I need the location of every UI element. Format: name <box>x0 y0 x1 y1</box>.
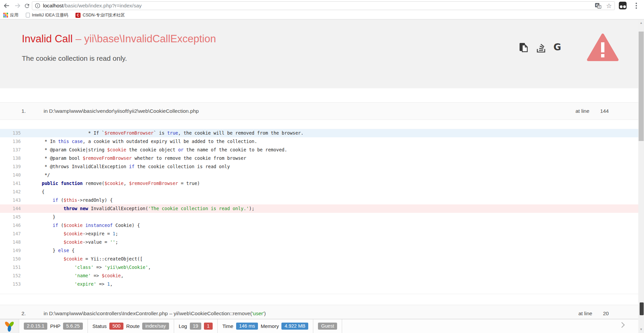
code-token <box>31 197 53 203</box>
source-code-block: 135 * If `$removeFromBrowser` is true, t… <box>0 120 638 294</box>
code-token: $cookie <box>64 256 83 261</box>
code-line-145[interactable]: 145 } <box>0 213 638 221</box>
code-line-148[interactable]: 148 $cookie->value = ''; <box>0 238 638 246</box>
code-line-144[interactable]: 144 throw new InvalidCallException('The … <box>0 204 638 213</box>
bookmark-label: 应用 <box>10 12 18 18</box>
code-line-141[interactable]: 141 public function remove($cookie, $rem… <box>0 179 638 188</box>
code-line-149[interactable]: 149 } else { <box>0 246 638 255</box>
scroll-up-icon[interactable]: ▲ <box>638 20 644 26</box>
code-line-137[interactable]: 137 * @param Cookie|string $cookie the c… <box>0 146 638 154</box>
stackoverflow-icon <box>536 43 546 53</box>
back-button[interactable] <box>3 2 11 10</box>
code-token <box>31 273 74 278</box>
code-line-150[interactable]: 150 $cookie = Yii::createObject([ <box>0 255 638 263</box>
code-token: public function <box>42 181 83 186</box>
code-line-146[interactable]: 146 if ($cookie instanceof Cookie) { <box>0 221 638 230</box>
code-token: the cookie collection is read only <box>135 164 230 169</box>
code-line-135[interactable]: 135 * If `$removeFromBrowser` is true, t… <box>0 129 638 137</box>
at-line-label: at line <box>578 311 592 317</box>
code-token: if <box>129 164 135 169</box>
code-token: instanceof <box>86 223 113 228</box>
line-number: 137 <box>0 146 21 154</box>
bookmark-csdn[interactable]: C CSDN-专业IT技术社区 <box>75 12 125 18</box>
stackoverflow-search-button[interactable] <box>536 43 546 53</box>
code-token: { <box>31 189 45 194</box>
toolbar-version-block[interactable]: 2.0.15.1 PHP 5.6.25 <box>19 319 88 333</box>
toolbar-user-block[interactable]: Guest <box>313 319 342 333</box>
at-line-label: at line <box>576 108 589 114</box>
line-number: 145 <box>0 213 21 221</box>
extension-icon[interactable] <box>619 2 627 9</box>
toolbar-log-block[interactable]: Log 19 1 <box>174 319 218 333</box>
stack-frame-1-header[interactable]: 1. in D:\wamp\www\basic\vendor\yiisoft\y… <box>0 102 638 120</box>
code-token: throw new <box>64 206 88 211</box>
page-info-icon[interactable] <box>35 3 40 8</box>
translate-icon[interactable]: G文 <box>595 3 601 9</box>
code-token: $cookie <box>64 231 83 236</box>
url-text[interactable]: localhost/basic/web/index.php?r=index/sa… <box>43 3 142 9</box>
code-line-153[interactable]: 153 'expire' => 1, <box>0 280 638 288</box>
scroll-down-icon[interactable]: ▼ <box>638 327 644 332</box>
code-line-143[interactable]: 143 if ($this->readOnly) { <box>0 196 638 204</box>
toolbar-request-block[interactable]: Status 500 Route index/say <box>88 319 174 333</box>
code-line-139[interactable]: 139 * @throws InvalidCallException if th… <box>0 162 638 171</box>
page-scrollbar[interactable]: ▲ ▼ <box>638 19 644 333</box>
bookmark-intellij[interactable]: IntelliJ IDEA 注册码 <box>26 12 68 18</box>
code-token: ); <box>249 206 254 211</box>
code-token: else <box>58 248 69 253</box>
bookmarks-bar: 应用 IntelliJ IDEA 注册码 C CSDN-专业IT技术社区 <box>0 11 644 19</box>
yii-debug-toolbar: 2.0.15.1 PHP 5.6.25 Status 500 Route ind… <box>0 319 638 333</box>
back-arrow-icon <box>3 2 10 9</box>
code-token <box>31 206 64 211</box>
log-count-badge: 19 <box>190 323 201 330</box>
line-number: 140 <box>0 171 21 179</box>
code-token <box>31 239 64 245</box>
yii-logo-button[interactable] <box>0 319 19 333</box>
svg-text:文: 文 <box>598 5 600 8</box>
code-token: , a cookie with outdated expiry will be … <box>83 139 257 144</box>
time-label: Time <box>222 323 233 329</box>
code-token: , the cookie will be removed from the br… <box>178 130 304 136</box>
copy-clipboard-button[interactable] <box>519 42 529 53</box>
line-number: 151 <box>0 263 21 272</box>
google-search-button[interactable]: G <box>553 42 561 53</box>
memory-badge: 4.922 MB <box>281 323 308 330</box>
code-token: 'yii\web\Cookie' <box>104 265 148 270</box>
route-label: Route <box>126 323 140 329</box>
refresh-button[interactable] <box>23 2 31 10</box>
code-token <box>31 256 64 261</box>
forward-button[interactable] <box>13 2 21 10</box>
code-token: $removeFromBrowser <box>129 181 178 186</box>
address-bar[interactable]: localhost/basic/web/index.php?r=index/sa… <box>32 1 615 10</box>
code-token <box>83 223 85 228</box>
code-line-152[interactable]: 152 'name' => $cookie, <box>0 272 638 280</box>
code-token <box>31 265 74 270</box>
code-token: 'name' <box>74 273 91 278</box>
code-token <box>69 139 72 144</box>
code-token: => <box>94 265 105 270</box>
code-token: * If ` <box>31 130 104 136</box>
browser-menu-icon[interactable] <box>634 2 639 9</box>
code-line-140[interactable]: 140 */ <box>0 171 638 179</box>
code-line-136[interactable]: 136 * In this case, a cookie with outdat… <box>0 137 638 146</box>
code-line-147[interactable]: 147 $cookie->expire = 1; <box>0 230 638 238</box>
line-number: 147 <box>0 230 21 238</box>
code-token: 'The cookie collection is read only.' <box>148 206 249 211</box>
frame-index: 1. <box>21 108 26 114</box>
scrollbar-thumb[interactable] <box>639 32 644 141</box>
code-token: ->expire = <box>83 231 112 236</box>
code-token <box>31 223 53 228</box>
toolbar-collapse-chevron-icon[interactable] <box>619 322 625 328</box>
toolbar-profiling-block[interactable]: Time 146 ms Memory 4.922 MB <box>218 319 314 333</box>
code-token: 'class' <box>74 265 94 270</box>
refresh-icon <box>24 3 30 9</box>
code-token: */ <box>31 172 50 178</box>
code-line-142[interactable]: 142 { <box>0 188 638 196</box>
code-token: => <box>96 281 107 287</box>
code-line-151[interactable]: 151 'class' => 'yii\web\Cookie', <box>0 263 638 272</box>
bookmark-label: IntelliJ IDEA 注册码 <box>32 12 68 18</box>
code-line-138[interactable]: 138 * @param bool $removeFromBrowser whe… <box>0 154 638 162</box>
log-label: Log <box>179 323 187 329</box>
bookmark-star-icon[interactable]: ☆ <box>606 3 612 9</box>
bookmark-apps[interactable]: 应用 <box>3 12 18 18</box>
